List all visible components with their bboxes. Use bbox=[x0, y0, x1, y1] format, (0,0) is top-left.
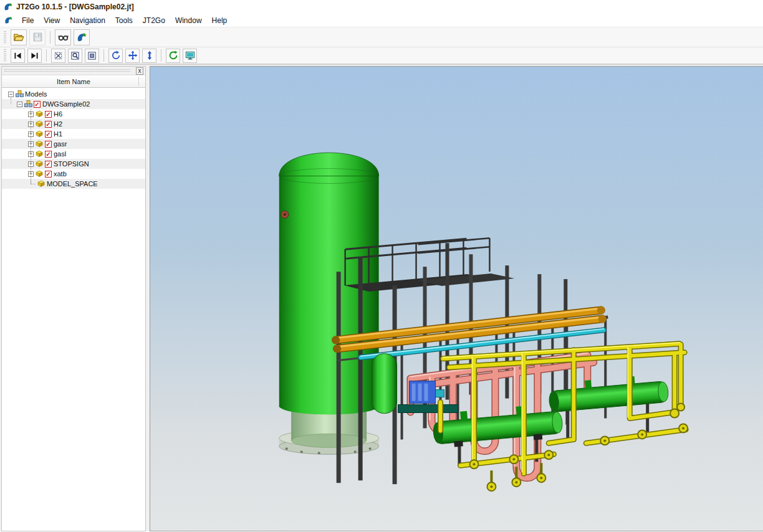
rotate-button[interactable] bbox=[108, 49, 123, 63]
open-file-button[interactable] bbox=[11, 29, 27, 45]
panel-close-button[interactable]: x bbox=[136, 67, 143, 75]
tree-item-label: gasl bbox=[54, 150, 66, 158]
reset-view-icon bbox=[168, 50, 178, 60]
visibility-checkbox[interactable]: ✓ bbox=[45, 111, 52, 118]
main-area: x Item Name − Models bbox=[0, 65, 763, 531]
model-tree-panel: x Item Name − Models bbox=[1, 66, 146, 531]
title-bar: JT2Go 10.1.5 - [DWGSample02.jt] bbox=[0, 0, 763, 14]
toolbar-navigation bbox=[0, 47, 763, 65]
tree-item-label: gasr bbox=[54, 140, 67, 148]
window-title: JT2Go 10.1.5 - [DWGSample02.jt] bbox=[16, 2, 134, 11]
tree-item-label: xatb bbox=[54, 170, 67, 178]
tree-item-model-space[interactable]: MODEL_SPACE bbox=[2, 179, 145, 189]
menu-window[interactable]: Window bbox=[170, 15, 207, 26]
visibility-checkbox[interactable]: ✓ bbox=[45, 141, 52, 148]
part-icon bbox=[36, 110, 44, 118]
visibility-checkbox[interactable]: ✓ bbox=[45, 121, 52, 128]
tree-item-gasl[interactable]: + ✓ gasl bbox=[2, 149, 145, 159]
zoom-pick-icon bbox=[70, 51, 80, 60]
tree-item-label: STOPSIGN bbox=[54, 160, 89, 168]
tree-item-models[interactable]: − Models bbox=[2, 89, 145, 99]
toolbar-separator bbox=[46, 49, 47, 62]
next-view-icon bbox=[30, 51, 39, 60]
pan-button[interactable] bbox=[125, 49, 140, 63]
tree-guide-line bbox=[11, 98, 11, 104]
tree-item-label: Models bbox=[25, 90, 47, 98]
toolbar-grip[interactable] bbox=[4, 49, 6, 62]
toolbar-separator bbox=[161, 49, 161, 62]
panel-grip-bar[interactable]: x bbox=[2, 67, 145, 75]
visibility-checkbox[interactable]: ✓ bbox=[45, 131, 52, 138]
assembly-icon bbox=[24, 100, 32, 108]
tree-item-stopsign[interactable]: + ✓ STOPSIGN bbox=[2, 159, 145, 169]
menu-navigation[interactable]: Navigation bbox=[65, 15, 110, 26]
tree-item-label: H2 bbox=[54, 120, 62, 128]
reset-view-button[interactable] bbox=[166, 49, 180, 63]
part-icon bbox=[36, 160, 44, 168]
fit-view-icon bbox=[87, 51, 97, 60]
tree-item-h1[interactable]: + ✓ H1 bbox=[2, 129, 145, 139]
previous-view-icon bbox=[13, 51, 22, 60]
tree-item-dwgsample02[interactable]: − ✓ DWGSample02 bbox=[2, 99, 145, 109]
menu-file[interactable]: File bbox=[17, 15, 39, 26]
part-icon bbox=[36, 140, 44, 148]
zoom-updown-icon bbox=[145, 50, 155, 60]
screen-icon bbox=[185, 50, 195, 60]
save-icon bbox=[32, 32, 43, 42]
previous-view-button[interactable] bbox=[11, 49, 25, 63]
toolbar-separator bbox=[50, 31, 50, 44]
collapse-icon[interactable]: − bbox=[17, 102, 22, 107]
pan-icon bbox=[128, 50, 138, 60]
part-icon bbox=[36, 120, 44, 128]
part-icon bbox=[37, 180, 46, 188]
menu-bar: File View Navigation Tools JT2Go Window … bbox=[0, 14, 763, 27]
panel-grip-texture bbox=[4, 69, 130, 72]
jt2go-logo-icon bbox=[76, 32, 87, 43]
pump-base bbox=[398, 405, 458, 413]
full-screen-button[interactable] bbox=[183, 49, 197, 63]
viewport-3d[interactable] bbox=[150, 66, 763, 531]
visibility-checkbox[interactable]: ✓ bbox=[34, 101, 41, 108]
column-divider[interactable] bbox=[138, 77, 139, 86]
glasses-icon bbox=[58, 32, 69, 42]
tree-item-label: MODEL_SPACE bbox=[47, 180, 98, 188]
tree-item-label: H6 bbox=[54, 110, 62, 118]
tree-item-h6[interactable]: + ✓ H6 bbox=[2, 109, 145, 119]
jt2go-menu-icon bbox=[4, 16, 13, 25]
tree-connector bbox=[31, 179, 36, 184]
visibility-checkbox[interactable]: ✓ bbox=[45, 161, 52, 168]
collapse-icon[interactable]: − bbox=[8, 92, 14, 97]
model-tree: − Models − bbox=[2, 88, 145, 531]
tree-column-header[interactable]: Item Name bbox=[2, 75, 145, 88]
part-icon bbox=[36, 170, 44, 178]
tree-item-h2[interactable]: + ✓ H2 bbox=[2, 119, 145, 129]
toolbar-grip[interactable] bbox=[4, 31, 6, 44]
save-button[interactable] bbox=[29, 29, 46, 45]
visibility-checkbox[interactable]: ✓ bbox=[45, 171, 52, 178]
fit-view-button[interactable] bbox=[85, 49, 99, 63]
menu-tools[interactable]: Tools bbox=[110, 15, 138, 26]
part-icon bbox=[36, 130, 44, 138]
toolbar-separator bbox=[103, 49, 104, 62]
menu-help[interactable]: Help bbox=[207, 15, 233, 26]
tree-item-label: H1 bbox=[54, 130, 62, 138]
open-folder-icon bbox=[13, 32, 24, 43]
jt2go-app-icon bbox=[3, 2, 13, 12]
toolbar-standard bbox=[0, 27, 763, 47]
rotate-icon bbox=[111, 50, 121, 60]
zoom-area-button[interactable] bbox=[51, 49, 65, 63]
zoom-button[interactable] bbox=[142, 49, 156, 63]
item-name-column-label: Item Name bbox=[57, 78, 90, 85]
next-view-button[interactable] bbox=[27, 49, 42, 63]
tree-item-xatb[interactable]: + ✓ xatb bbox=[2, 169, 145, 179]
tree-guide-line bbox=[31, 109, 31, 184]
tree-item-gasr[interactable]: + ✓ gasr bbox=[2, 139, 145, 149]
zoom-pick-button[interactable] bbox=[68, 49, 82, 63]
jt2go-viewer-button[interactable] bbox=[74, 29, 90, 45]
zoom-area-icon bbox=[54, 51, 63, 60]
part-icon bbox=[36, 150, 44, 158]
menu-view[interactable]: View bbox=[39, 15, 65, 26]
menu-jt2go[interactable]: JT2Go bbox=[138, 15, 170, 26]
examine-button[interactable] bbox=[55, 29, 71, 45]
visibility-checkbox[interactable]: ✓ bbox=[45, 151, 52, 158]
